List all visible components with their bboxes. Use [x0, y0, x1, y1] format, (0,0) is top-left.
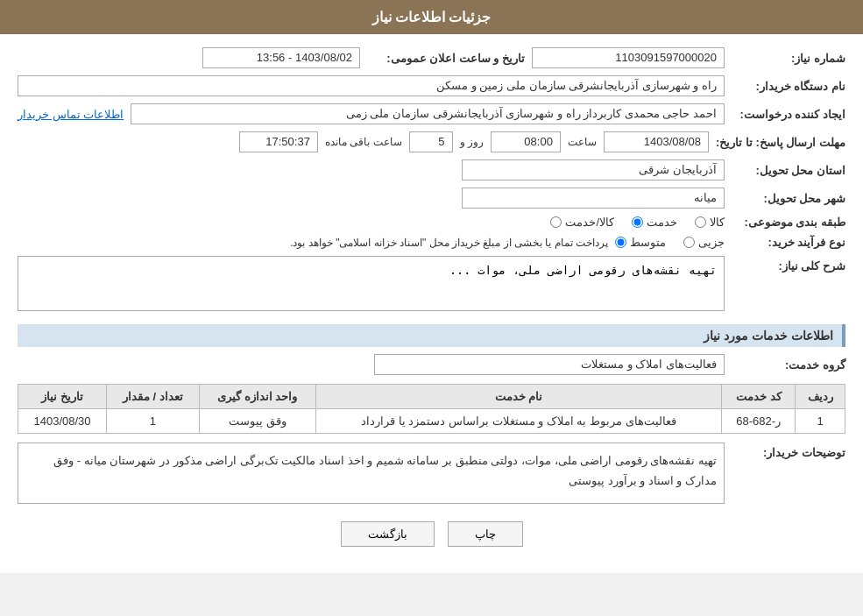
service-group-value: فعالیت‌های املاک و مستغلات: [374, 354, 725, 375]
purchase-note: پرداخت تمام یا بخشی از مبلغ خریداز محل "…: [290, 237, 608, 249]
buyer-org-value: راه و شهرسازی آذربایجانشرقی سازمان ملی ز…: [18, 75, 725, 96]
buyer-org-label: نام دستگاه خریدار:: [732, 80, 845, 93]
category-option-kala[interactable]: کالا: [695, 216, 725, 229]
page-header: جزئیات اطلاعات نیاز: [0, 0, 863, 34]
print-button[interactable]: چاپ: [448, 521, 523, 547]
province-row: استان محل تحویل: آذربایجان شرقی: [18, 159, 845, 181]
need-desc-section: شرح کلی نیاز: تهیه نقشه‌های رقومی اراضی …: [18, 256, 845, 314]
services-section-title: اطلاعات خدمات مورد نیاز: [18, 324, 845, 347]
city-label: شهر محل تحویل:: [732, 192, 845, 205]
page-title: جزئیات اطلاعات نیاز: [372, 10, 492, 25]
table-header-row: ردیف کد خدمت نام خدمت واحد اندازه گیری ت…: [18, 385, 845, 409]
category-option-khadamat[interactable]: خدمت: [632, 216, 677, 229]
purchase-type-radio-group: متوسط جزیی: [615, 236, 725, 249]
cell-row-num: 1: [796, 409, 845, 434]
services-table-section: ردیف کد خدمت نام خدمت واحد اندازه گیری ت…: [18, 384, 845, 434]
col-unit: واحد اندازه گیری: [199, 385, 315, 409]
response-time-label: ساعت: [568, 136, 597, 148]
purchase-type-option-jozi[interactable]: جزیی: [683, 236, 725, 249]
category-radio-kala-khadamat[interactable]: [550, 216, 562, 228]
services-table: ردیف کد خدمت نام خدمت واحد اندازه گیری ت…: [18, 384, 845, 434]
creator-contact-link[interactable]: اطلاعات تماس خریدار: [18, 108, 124, 121]
main-container: جزئیات اطلاعات نیاز شماره نیاز: 11030915…: [0, 0, 863, 573]
need-number-label: شماره نیاز:: [732, 52, 845, 65]
category-label: طبقه بندی موضوعی:: [732, 216, 845, 229]
response-days-label: روز و: [460, 136, 484, 148]
buyer-desc-section: توضیحات خریدار: تهیه نقشه‌های رقومی اراض…: [18, 443, 845, 504]
service-group-row: گروه خدمت: فعالیت‌های املاک و مستغلات: [18, 354, 845, 375]
col-date: تاریخ نیاز: [18, 385, 107, 409]
back-button[interactable]: بازگشت: [341, 521, 435, 547]
col-row-num: ردیف: [796, 385, 845, 409]
need-number-row: شماره نیاز: 1103091597000020 تاریخ و ساع…: [18, 47, 845, 68]
col-quantity: تعداد / مقدار: [107, 385, 200, 409]
creator-value: احمد حاجی محمدی کاربرداز راه و شهرسازی آ…: [131, 103, 725, 124]
city-value: میانه: [462, 188, 725, 209]
category-option-khadamat-label: خدمت: [647, 216, 677, 229]
province-value: آذربایجان شرقی: [462, 159, 725, 181]
need-number-value: 1103091597000020: [532, 47, 725, 68]
response-date-label: مهلت ارسال پاسخ: تا تاریخ:: [716, 136, 845, 149]
need-desc-wrapper: تهیه نقشه‌های رقومی اراضی ملی، موات ...: [18, 256, 725, 314]
response-date-value: 1403/08/08: [604, 131, 709, 152]
cell-service-code: ر-682-68: [722, 409, 796, 434]
cell-quantity: 1: [107, 409, 200, 434]
cell-unit: وقق پیوست: [199, 409, 315, 434]
category-option-kala-label: کالا: [710, 216, 725, 229]
purchase-type-radio-jozi[interactable]: [683, 237, 695, 248]
city-row: شهر محل تحویل: میانه: [18, 188, 845, 209]
col-service-name: نام خدمت: [315, 385, 721, 409]
service-group-label: گروه خدمت:: [732, 358, 845, 372]
category-radio-khadamat[interactable]: [632, 216, 643, 228]
creator-label: ایجاد کننده درخواست:: [732, 108, 845, 121]
col-service-code: کد خدمت: [722, 385, 796, 409]
purchase-type-label: نوع فرآیند خرید:: [732, 236, 845, 249]
category-option-kala-khadamat[interactable]: کالا/خدمت: [550, 216, 614, 229]
purchase-type-jozi-label: جزیی: [698, 236, 725, 249]
response-time-value: 08:00: [491, 131, 561, 152]
buyer-org-row: نام دستگاه خریدار: راه و شهرسازی آذربایج…: [18, 75, 845, 96]
response-date-row: مهلت ارسال پاسخ: تا تاریخ: 1403/08/08 سا…: [18, 131, 845, 152]
response-remaining-value: 17:50:37: [239, 131, 318, 152]
purchase-type-row: نوع فرآیند خرید: متوسط جزیی پرداخت تمام …: [18, 236, 845, 249]
category-radio-kala[interactable]: [695, 216, 706, 228]
cell-service-name: فعالیت‌های مربوط به املاک و مستغلات براس…: [315, 409, 721, 434]
purchase-type-option-motavaset[interactable]: متوسط: [615, 236, 666, 249]
response-days-value: 5: [409, 131, 453, 152]
date-time-value: 1403/08/02 - 13:56: [202, 47, 360, 68]
buyer-desc-label: توضیحات خریدار:: [732, 443, 845, 459]
table-row: 1 ر-682-68 فعالیت‌های مربوط به املاک و م…: [18, 409, 845, 434]
content-area: شماره نیاز: 1103091597000020 تاریخ و ساع…: [0, 34, 863, 573]
purchase-type-radio-motavaset[interactable]: [615, 237, 626, 248]
buyer-desc-value: تهیه نقشه‌های رقومی اراضی ملی، موات، دول…: [18, 443, 725, 504]
need-desc-input[interactable]: تهیه نقشه‌های رقومی اراضی ملی، موات ...: [18, 256, 725, 311]
creator-row: ایجاد کننده درخواست: احمد حاجی محمدی کار…: [18, 103, 845, 124]
need-desc-label: شرح کلی نیاز:: [732, 256, 845, 273]
province-label: استان محل تحویل:: [732, 164, 845, 177]
response-remaining-label: ساعت باقی مانده: [325, 136, 402, 148]
category-row: طبقه بندی موضوعی: کالا/خدمت خدمت کالا: [18, 216, 845, 229]
purchase-type-motavaset-label: متوسط: [630, 236, 666, 249]
category-option-kala-khadamat-label: کالا/خدمت: [565, 216, 614, 229]
date-time-label: تاریخ و ساعت اعلان عمومی:: [367, 52, 525, 65]
buttons-row: چاپ بازگشت: [18, 521, 845, 547]
category-radio-group: کالا/خدمت خدمت کالا: [550, 216, 725, 229]
cell-date: 1403/08/30: [18, 409, 107, 434]
